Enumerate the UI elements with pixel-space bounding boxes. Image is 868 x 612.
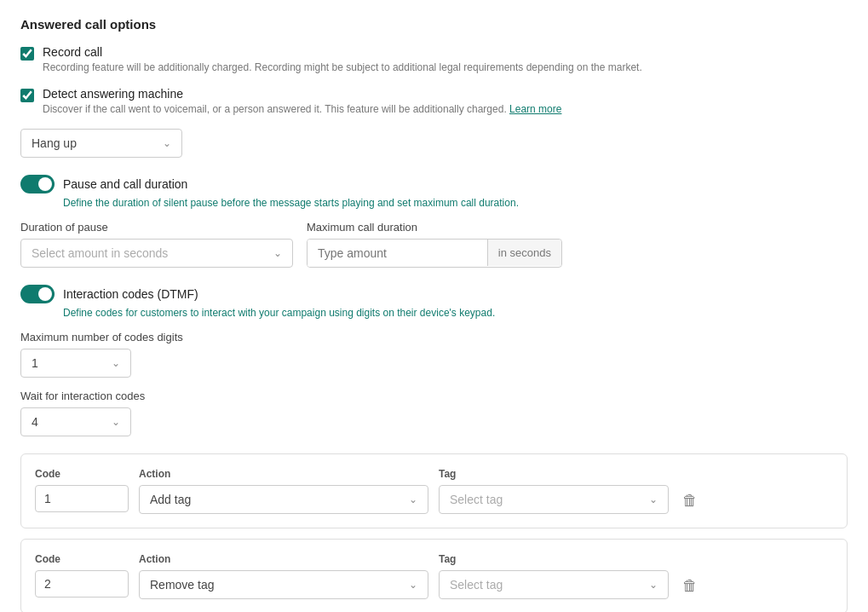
detect-answering-checkbox[interactable] [20, 89, 34, 102]
pause-toggle[interactable] [20, 175, 55, 193]
duration-chevron-icon: ⌄ [273, 247, 282, 259]
action-col-label-2: Action [139, 553, 428, 565]
pause-toggle-label: Pause and call duration [63, 177, 187, 191]
detect-answering-row: Detect answering machine Discover if the… [20, 87, 848, 117]
wait-dropdown[interactable]: 4 ⌄ [20, 407, 131, 436]
code-input-2[interactable] [35, 570, 129, 598]
code-input-1[interactable] [35, 485, 129, 512]
record-call-label: Record call [43, 45, 642, 59]
tag-col-label-1: Tag [439, 468, 669, 480]
action-dropdown-2[interactable]: Remove tag ⌄ [139, 570, 428, 599]
duration-of-pause-group: Duration of pause Select amount in secon… [20, 221, 293, 268]
code-table-row-1: Code Action Add tag ⌄ Tag Select tag ⌄ 🗑 [20, 453, 848, 528]
action-chevron-icon-2: ⌄ [409, 579, 417, 591]
section-title: Answered call options [20, 17, 848, 32]
action-value-1: Add tag [150, 493, 191, 506]
tag-chevron-icon-2: ⌄ [649, 579, 658, 591]
learn-more-link[interactable]: Learn more [509, 103, 561, 115]
hangup-dropdown[interactable]: Hang up ⌄ [20, 129, 182, 158]
code-col-1: Code [35, 468, 129, 512]
tag-dropdown-2[interactable]: Select tag ⌄ [439, 570, 669, 599]
max-call-duration-input-wrap: in seconds [307, 239, 562, 268]
max-digits-value: 1 [32, 356, 38, 370]
code-row-2: Code Action Remove tag ⌄ Tag Select tag … [21, 540, 847, 612]
action-col-2: Action Remove tag ⌄ [139, 553, 428, 599]
tag-dropdown-1[interactable]: Select tag ⌄ [439, 485, 669, 514]
interaction-desc: Define codes for customers to interact w… [63, 307, 848, 319]
tag-col-2: Tag Select tag ⌄ [439, 553, 669, 599]
action-dropdown-1[interactable]: Add tag ⌄ [139, 485, 428, 514]
max-digits-dropdown[interactable]: 1 ⌄ [20, 349, 131, 378]
max-digits-chevron-icon: ⌄ [112, 357, 120, 369]
duration-fields-row: Duration of pause Select amount in secon… [20, 221, 848, 268]
tag-placeholder-2: Select tag [450, 578, 503, 592]
record-call-row: Record call Recording feature will be ad… [20, 45, 848, 75]
interaction-toggle-label: Interaction codes (DTMF) [63, 287, 198, 301]
pause-toggle-row: Pause and call duration [20, 175, 848, 193]
detect-answering-description: Discover if the call went to voicemail, … [43, 102, 561, 117]
detect-answering-label: Detect answering machine [43, 87, 561, 101]
wait-section: Wait for interaction codes 4 ⌄ [20, 390, 848, 436]
tag-col-label-2: Tag [439, 553, 669, 565]
max-codes-section: Maximum number of codes digits 1 ⌄ [20, 331, 848, 378]
max-call-duration-label: Maximum call duration [307, 221, 562, 234]
record-call-checkbox[interactable] [20, 47, 34, 61]
delete-row-1-button[interactable]: 🗑 [679, 488, 701, 513]
max-digits-label: Maximum number of codes digits [20, 331, 848, 344]
code-col-2: Code [35, 553, 129, 598]
interaction-codes-section: Interaction codes (DTMF) Define codes fo… [20, 285, 848, 436]
tag-placeholder-1: Select tag [450, 493, 503, 506]
interaction-toggle-row: Interaction codes (DTMF) [20, 285, 848, 303]
action-value-2: Remove tag [150, 578, 214, 592]
action-col-1: Action Add tag ⌄ [139, 468, 428, 514]
code-col-label-2: Code [35, 553, 129, 565]
wait-chevron-icon: ⌄ [112, 416, 120, 428]
wait-value: 4 [32, 415, 38, 429]
duration-of-pause-dropdown[interactable]: Select amount in seconds ⌄ [20, 239, 293, 268]
tag-col-1: Tag Select tag ⌄ [439, 468, 669, 514]
pause-call-duration-section: Pause and call duration Define the durat… [20, 175, 848, 268]
seconds-unit: in seconds [487, 240, 561, 266]
hangup-chevron-icon: ⌄ [163, 137, 171, 149]
interaction-toggle[interactable] [20, 285, 55, 303]
duration-of-pause-label: Duration of pause [20, 221, 293, 234]
duration-placeholder: Select amount in seconds [32, 246, 168, 260]
max-call-duration-input[interactable] [308, 240, 487, 267]
max-call-duration-group: Maximum call duration in seconds [307, 221, 562, 268]
code-row-1: Code Action Add tag ⌄ Tag Select tag ⌄ 🗑 [21, 454, 847, 528]
delete-row-2-button[interactable]: 🗑 [679, 574, 701, 598]
code-table-row-2: Code Action Remove tag ⌄ Tag Select tag … [20, 539, 848, 612]
action-chevron-icon-1: ⌄ [409, 494, 417, 505]
code-col-label-1: Code [35, 468, 129, 480]
wait-label: Wait for interaction codes [20, 390, 848, 402]
tag-chevron-icon-1: ⌄ [649, 494, 658, 505]
pause-toggle-desc: Define the duration of silent pause befo… [63, 197, 848, 209]
record-call-description: Recording feature will be additionally c… [43, 61, 642, 75]
action-col-label-1: Action [139, 468, 428, 480]
